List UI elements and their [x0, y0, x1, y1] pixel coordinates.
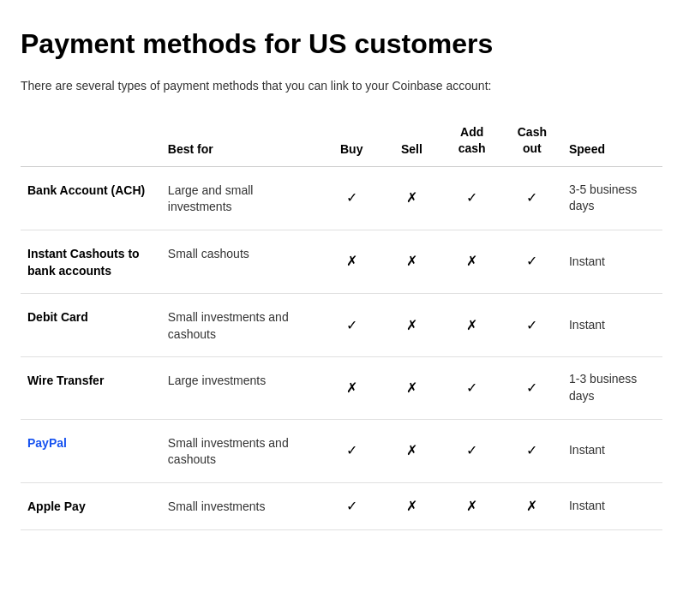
- checkmark-icon: ✓: [466, 190, 477, 205]
- cell-best-for: Small cashouts: [161, 230, 321, 293]
- payment-methods-table: Best for Buy Sell Add cash Cash out Spee…: [21, 116, 662, 530]
- checkmark-icon: ✓: [346, 443, 357, 458]
- cell-best-for: Small investments and cashouts: [161, 419, 321, 482]
- cell-buy: ✗: [321, 230, 381, 293]
- cell-cash-out: ✓: [502, 230, 562, 293]
- col-header-speed: Speed: [562, 116, 662, 166]
- cell-add-cash: ✓: [442, 419, 502, 482]
- cell-add-cash: ✓: [442, 357, 502, 419]
- cell-method[interactable]: PayPal: [21, 419, 161, 482]
- col-header-best-for: Best for: [161, 116, 321, 166]
- table-row: PayPalSmall investments and cashouts✓✗✓✓…: [21, 419, 662, 482]
- cross-icon: ✗: [406, 318, 417, 332]
- cell-method: Debit Card: [21, 294, 161, 357]
- cell-cash-out: ✗: [502, 482, 562, 529]
- col-header-sell: Sell: [381, 116, 441, 166]
- cross-icon: ✗: [466, 318, 477, 332]
- cell-best-for: Small investments and cashouts: [161, 294, 321, 357]
- cell-speed: Instant: [562, 419, 662, 482]
- payment-method-link[interactable]: PayPal: [27, 436, 67, 450]
- cell-sell: ✗: [381, 357, 441, 419]
- checkmark-icon: ✓: [346, 499, 357, 513]
- cell-buy: ✓: [321, 419, 381, 482]
- cell-add-cash: ✗: [442, 294, 502, 357]
- cell-method: Wire Transfer: [21, 357, 161, 419]
- cell-cash-out: ✓: [502, 166, 562, 230]
- col-header-add-cash: Add cash: [442, 116, 502, 166]
- cell-speed: Instant: [562, 230, 662, 293]
- cell-speed: 3-5 business days: [562, 166, 662, 230]
- cell-buy: ✓: [321, 482, 381, 529]
- table-header-row: Best for Buy Sell Add cash Cash out Spee…: [21, 116, 662, 166]
- cell-method: Bank Account (ACH): [21, 166, 161, 230]
- checkmark-icon: ✓: [526, 190, 537, 205]
- checkmark-icon: ✓: [346, 190, 357, 205]
- table-row: Bank Account (ACH)Large and small invest…: [21, 166, 662, 230]
- cell-sell: ✗: [381, 294, 441, 357]
- checkmark-icon: ✓: [526, 318, 537, 332]
- col-header-cash-out: Cash out: [502, 116, 562, 166]
- checkmark-icon: ✓: [526, 254, 537, 268]
- cell-sell: ✗: [381, 482, 441, 529]
- cell-speed: 1-3 business days: [562, 357, 662, 419]
- table-row: Debit CardSmall investments and cashouts…: [21, 294, 662, 357]
- cell-sell: ✗: [381, 166, 441, 230]
- checkmark-icon: ✓: [466, 443, 477, 458]
- cross-icon: ✗: [406, 443, 417, 458]
- table-row: Wire TransferLarge investments✗✗✓✓1-3 bu…: [21, 357, 662, 419]
- cell-add-cash: ✓: [442, 166, 502, 230]
- cell-method: Apple Pay: [21, 482, 161, 529]
- cell-best-for: Large investments: [161, 357, 321, 419]
- cross-icon: ✗: [406, 190, 417, 205]
- cell-buy: ✓: [321, 294, 381, 357]
- page-title: Payment methods for US customers: [21, 27, 662, 60]
- cell-cash-out: ✓: [502, 357, 562, 419]
- cell-buy: ✗: [321, 357, 381, 419]
- cell-buy: ✓: [321, 166, 381, 230]
- cross-icon: ✗: [346, 254, 357, 268]
- cross-icon: ✗: [406, 499, 417, 513]
- checkmark-icon: ✓: [526, 380, 537, 395]
- cell-add-cash: ✗: [442, 230, 502, 293]
- cell-cash-out: ✓: [502, 419, 562, 482]
- cross-icon: ✗: [406, 380, 417, 395]
- table-row: Instant Cashouts to bank accountsSmall c…: [21, 230, 662, 293]
- page-subtitle: There are several types of payment metho…: [21, 77, 662, 95]
- cell-best-for: Small investments: [161, 482, 321, 529]
- cross-icon: ✗: [346, 380, 357, 395]
- cross-icon: ✗: [406, 254, 417, 268]
- cell-cash-out: ✓: [502, 294, 562, 357]
- checkmark-icon: ✓: [466, 380, 477, 395]
- cell-sell: ✗: [381, 230, 441, 293]
- cell-sell: ✗: [381, 419, 441, 482]
- cross-icon: ✗: [526, 499, 537, 513]
- col-header-method: [21, 116, 161, 166]
- checkmark-icon: ✓: [346, 318, 357, 332]
- cell-method: Instant Cashouts to bank accounts: [21, 230, 161, 293]
- col-header-buy: Buy: [321, 116, 381, 166]
- cross-icon: ✗: [466, 499, 477, 513]
- cell-speed: Instant: [562, 294, 662, 357]
- checkmark-icon: ✓: [526, 443, 537, 458]
- cell-add-cash: ✗: [442, 482, 502, 529]
- cross-icon: ✗: [466, 254, 477, 268]
- table-row: Apple PaySmall investments✓✗✗✗Instant: [21, 482, 662, 529]
- cell-best-for: Large and small investments: [161, 166, 321, 230]
- cell-speed: Instant: [562, 482, 662, 529]
